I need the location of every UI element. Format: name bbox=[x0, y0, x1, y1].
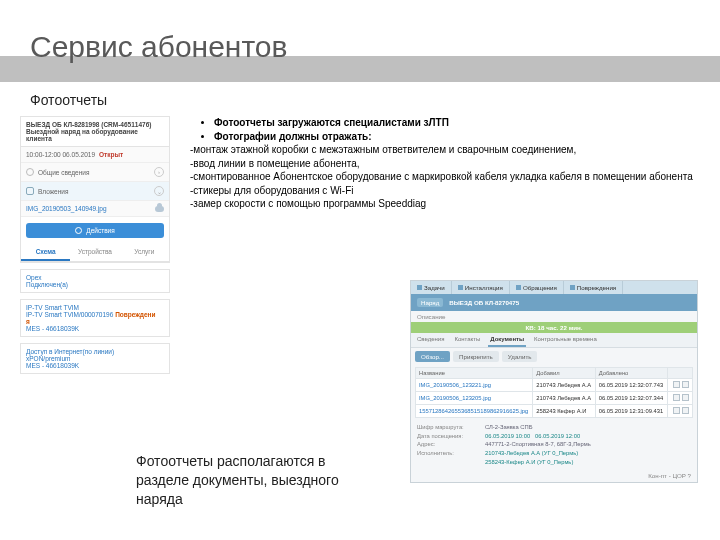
plus-icon bbox=[75, 227, 82, 234]
mobile-row-attach-label: Вложения bbox=[38, 188, 68, 195]
menu-install-label: Инсталляция bbox=[465, 284, 503, 291]
download-icon[interactable] bbox=[673, 381, 680, 388]
cell-user: 210743 Лебедев А.А bbox=[533, 392, 595, 405]
crm-topmenu: Задачи Инсталляция Обращения Повреждения bbox=[411, 281, 697, 294]
table-row[interactable]: 1557128642655368515189862916625.jpg 2582… bbox=[416, 405, 693, 418]
mobile-header: ВЫЕЗД ОБ КЛ-8281998 (CRM-46511476) Выезд… bbox=[21, 117, 169, 147]
th-actions bbox=[667, 368, 692, 379]
upload-button[interactable]: Действия bbox=[26, 223, 164, 238]
b1-b[interactable]: Подключен(а) bbox=[26, 281, 164, 288]
mobile-status: Открыт bbox=[99, 151, 123, 158]
subtab-delete[interactable]: Удалить bbox=[502, 351, 538, 362]
crm-kb: КВ: 18 час. 22 мин. bbox=[411, 322, 697, 333]
download-icon[interactable] bbox=[673, 394, 680, 401]
meta-v2b: 06.05.2019 12:00 bbox=[535, 433, 580, 439]
file-link[interactable]: 1557128642655368515189862916625.jpg bbox=[419, 408, 528, 414]
b3-a[interactable]: Доступ в Интернет(по линии) bbox=[26, 348, 164, 355]
line-2: -ввод линии в помещение абонента, bbox=[190, 157, 694, 171]
table-header: Название Добавил Добавлено bbox=[416, 368, 693, 379]
file-link[interactable]: IMG_20190506_123205.jpg bbox=[419, 395, 491, 401]
b1-a[interactable]: Орех bbox=[26, 274, 164, 281]
b2-a[interactable]: IP-TV Smart TVIM bbox=[26, 304, 164, 311]
crm-table: Название Добавил Добавлено IMG_20190506_… bbox=[415, 367, 693, 418]
square-icon bbox=[417, 285, 422, 290]
b2-b[interactable]: IP-TV Smart TVIM/000070196 bbox=[26, 311, 113, 318]
crm-foot: Кон-пт - ЦОР ? bbox=[411, 469, 697, 482]
table-row[interactable]: IMG_20190506_123221.jpg 210743 Лебедев А… bbox=[416, 379, 693, 392]
crm-subtabs: Обзор... Прикрепить Удалить bbox=[411, 348, 697, 365]
cell-date: 06.05.2019 12:32:07.344 bbox=[595, 392, 667, 405]
chevron-icon: ⌄ bbox=[154, 186, 164, 196]
b2-d: я bbox=[26, 318, 164, 325]
delete-icon[interactable] bbox=[682, 407, 689, 414]
tab-schema[interactable]: Схема bbox=[21, 244, 70, 261]
crm-meta: Шифр маршрута:СЛ-2-Заявка СПБ Дата посещ… bbox=[411, 420, 697, 469]
order-number: ВЫЕЗД ОБ КЛ-8270475 bbox=[449, 299, 519, 306]
cell-user: 258243 Кефер А.И bbox=[533, 405, 595, 418]
b2-c: Повреждени bbox=[115, 311, 155, 318]
cell-date: 06.05.2019 12:32:07.743 bbox=[595, 379, 667, 392]
mobile-block-3: Доступ в Интернет(по линии) xPON/premium… bbox=[20, 343, 170, 374]
tab-info[interactable]: Сведения bbox=[415, 333, 446, 347]
menu-tasks-label: Задачи bbox=[424, 284, 445, 291]
cell-date: 06.05.2019 12:31:09.431 bbox=[595, 405, 667, 418]
table-row[interactable]: IMG_20190506_123205.jpg 210743 Лебедев А… bbox=[416, 392, 693, 405]
th-user[interactable]: Добавил bbox=[533, 368, 595, 379]
mobile-row-general-label: Общие сведения bbox=[38, 169, 89, 176]
mobile-file-row[interactable]: IMG_20190503_140949.jpg bbox=[21, 201, 169, 217]
square-icon bbox=[458, 285, 463, 290]
mobile-row-attach[interactable]: Вложения ⌄ bbox=[21, 182, 169, 201]
b2-e[interactable]: MES - 46618039K bbox=[26, 325, 164, 332]
crm-order: Наряд ВЫЕЗД ОБ КЛ-8270475 bbox=[411, 294, 697, 311]
meta-k1: Шифр маршрута: bbox=[417, 423, 485, 432]
mobile-panel: ВЫЕЗД ОБ КЛ-8281998 (CRM-46511476) Выезд… bbox=[20, 116, 170, 380]
content-block: Фотоотчеты загружаются специалистами зЛТ… bbox=[186, 116, 694, 211]
menu-requests[interactable]: Обращения bbox=[510, 281, 564, 294]
mobile-tabs: Схема Устройства Услуги bbox=[21, 244, 169, 262]
crm-tabs: Сведения Контакты Документы Контрольные … bbox=[411, 333, 697, 348]
tab-services[interactable]: Услуги bbox=[120, 244, 169, 261]
subtitle: Фотоотчеты bbox=[30, 92, 107, 108]
meta-v4b: 258243-Кефер А.И (УГ 0_Пермь) bbox=[485, 459, 573, 465]
delete-icon[interactable] bbox=[682, 394, 689, 401]
b3-c[interactable]: MES - 46618039K bbox=[26, 362, 164, 369]
meta-v2: 06.05.2019 10:00 bbox=[485, 433, 530, 439]
bullet-2: Фотографии должны отражать: bbox=[214, 130, 694, 144]
subtab-attach[interactable]: Прикрепить bbox=[453, 351, 499, 362]
b3-b[interactable]: xPON/premium bbox=[26, 355, 164, 362]
line-5: -замер скорости с помощью программы Spee… bbox=[190, 197, 694, 211]
tab-documents[interactable]: Документы bbox=[488, 333, 526, 347]
cloud-icon[interactable] bbox=[155, 206, 164, 212]
delete-icon[interactable] bbox=[682, 381, 689, 388]
bullet-1: Фотоотчеты загружаются специалистами зЛТ… bbox=[214, 116, 694, 130]
order-label: Наряд bbox=[417, 298, 443, 307]
menu-requests-label: Обращения bbox=[523, 284, 557, 291]
page-title: Сервис абонентов bbox=[30, 30, 287, 64]
meta-v3: 447771-2-Спортивная 8-7, 68Г-3,Пермь bbox=[485, 441, 591, 447]
line-1: -монтаж этажной коробки с межэтажным отв… bbox=[190, 143, 694, 157]
tab-contacts[interactable]: Контакты bbox=[452, 333, 482, 347]
download-icon[interactable] bbox=[673, 407, 680, 414]
subtab-browse[interactable]: Обзор... bbox=[415, 351, 450, 362]
file-link[interactable]: IMG_20190506_123221.jpg bbox=[419, 382, 491, 388]
mobile-block-1: Орех Подключен(а) bbox=[20, 269, 170, 293]
chevron-icon: › bbox=[154, 167, 164, 177]
tab-times[interactable]: Контрольные времена bbox=[532, 333, 599, 347]
menu-tasks[interactable]: Задачи bbox=[411, 281, 452, 294]
tab-devices[interactable]: Устройства bbox=[70, 244, 119, 261]
mobile-block-2: IP-TV Smart TVIM IP-TV Smart TVIM/000070… bbox=[20, 299, 170, 337]
th-date[interactable]: Добавлено bbox=[595, 368, 667, 379]
paperclip-icon bbox=[26, 187, 34, 195]
info-icon bbox=[26, 168, 34, 176]
meta-k3: Адрес: bbox=[417, 440, 485, 449]
crm-desc: Описание bbox=[411, 311, 697, 322]
meta-k4: Исполнитель: bbox=[417, 449, 485, 458]
crm-panel: Задачи Инсталляция Обращения Повреждения… bbox=[410, 280, 698, 483]
menu-faults[interactable]: Повреждения bbox=[564, 281, 623, 294]
th-name[interactable]: Название bbox=[416, 368, 533, 379]
line-3: -смонтированное Абонентское оборудование… bbox=[190, 170, 694, 184]
mobile-file-link[interactable]: IMG_20190503_140949.jpg bbox=[26, 205, 107, 212]
menu-install[interactable]: Инсталляция bbox=[452, 281, 510, 294]
mobile-time: 10:00-12:00 06.05.2019 bbox=[26, 151, 95, 158]
mobile-row-general[interactable]: Общие сведения › bbox=[21, 163, 169, 182]
